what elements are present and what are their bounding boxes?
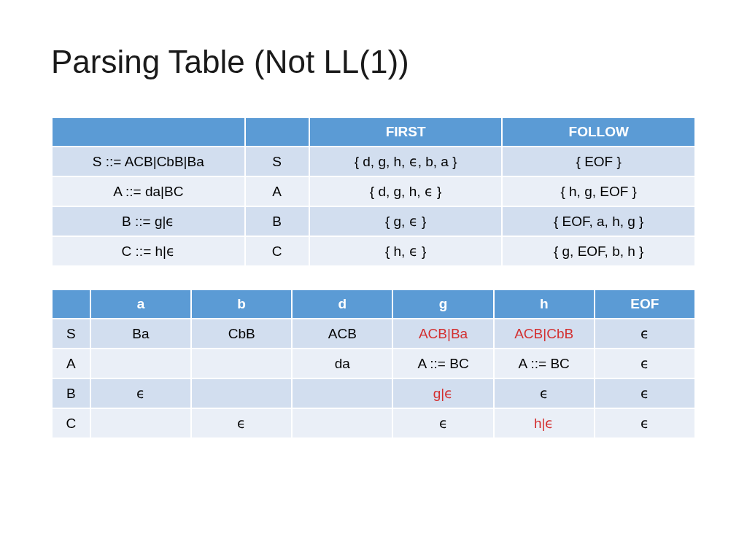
nt-cell: S xyxy=(245,147,309,176)
cell-b: ϵ xyxy=(191,408,292,438)
first-follow-table: FIRST FOLLOW S ::= ACB|CbB|Ba S { d, g, … xyxy=(51,117,696,267)
cell-d: da xyxy=(292,349,392,378)
grammar-cell: A ::= da|BC xyxy=(52,176,245,206)
table-row: C ::= h|ϵ C { h, ϵ } { g, EOF, b, h } xyxy=(52,236,695,266)
cell-eof: ϵ xyxy=(595,349,695,378)
cell-h: A ::= BC xyxy=(494,349,595,378)
parsing-table: a b d g h EOF SBaCbBACBACB|BaACB|CbBϵAda… xyxy=(51,289,696,439)
nt-cell: A xyxy=(52,349,90,378)
first-cell: { h, ϵ } xyxy=(309,236,503,266)
cell-g: g|ϵ xyxy=(392,378,493,408)
header-h: h xyxy=(494,289,595,319)
header-b: b xyxy=(191,289,292,319)
cell-b xyxy=(191,349,292,378)
follow-cell: { g, EOF, b, h } xyxy=(502,236,695,266)
cell-a xyxy=(90,408,191,438)
table-row: B ::= g|ϵ B { g, ϵ } { EOF, a, h, g } xyxy=(52,206,695,236)
cell-a: Ba xyxy=(90,319,191,349)
first-cell: { g, ϵ } xyxy=(309,206,503,236)
cell-a: ϵ xyxy=(90,378,191,408)
cell-g: A ::= BC xyxy=(392,349,493,378)
first-cell: { d, g, h, ϵ, b, a } xyxy=(309,147,503,176)
table-row: A ::= da|BC A { d, g, h, ϵ } { h, g, EOF… xyxy=(52,176,695,206)
first-cell: { d, g, h, ϵ } xyxy=(309,176,503,206)
nt-cell: C xyxy=(245,236,309,266)
table-row: AdaA ::= BCA ::= BCϵ xyxy=(52,349,695,378)
grammar-cell: B ::= g|ϵ xyxy=(52,206,245,236)
cell-h: h|ϵ xyxy=(494,408,595,438)
header-first: FIRST xyxy=(309,117,503,147)
table-header-row: FIRST FOLLOW xyxy=(52,117,695,147)
follow-cell: { EOF } xyxy=(502,147,695,176)
header-follow: FOLLOW xyxy=(502,117,695,147)
cell-g: ϵ xyxy=(392,408,493,438)
cell-h: ACB|CbB xyxy=(494,319,595,349)
table-row: Bϵg|ϵϵϵ xyxy=(52,378,695,408)
cell-b: CbB xyxy=(191,319,292,349)
nt-cell: B xyxy=(52,378,90,408)
cell-eof: ϵ xyxy=(595,408,695,438)
grammar-cell: S ::= ACB|CbB|Ba xyxy=(52,147,245,176)
nt-cell: S xyxy=(52,319,90,349)
header-grammar xyxy=(52,117,245,147)
follow-cell: { h, g, EOF } xyxy=(502,176,695,206)
nt-cell: C xyxy=(52,408,90,438)
table-row: Cϵϵh|ϵϵ xyxy=(52,408,695,438)
cell-a xyxy=(90,349,191,378)
follow-cell: { EOF, a, h, g } xyxy=(502,206,695,236)
cell-b xyxy=(191,378,292,408)
cell-eof: ϵ xyxy=(595,319,695,349)
cell-eof: ϵ xyxy=(595,378,695,408)
cell-h: ϵ xyxy=(494,378,595,408)
table-row: SBaCbBACBACB|BaACB|CbBϵ xyxy=(52,319,695,349)
table-header-row: a b d g h EOF xyxy=(52,289,695,319)
header-d: d xyxy=(292,289,392,319)
cell-d xyxy=(292,378,392,408)
nt-cell: A xyxy=(245,176,309,206)
page-title: Parsing Table (Not LL(1)) xyxy=(51,44,696,80)
header-nonterminal xyxy=(245,117,309,147)
header-eof: EOF xyxy=(595,289,695,319)
cell-g: ACB|Ba xyxy=(392,319,493,349)
header-a: a xyxy=(90,289,191,319)
table-row: S ::= ACB|CbB|Ba S { d, g, h, ϵ, b, a } … xyxy=(52,147,695,176)
grammar-cell: C ::= h|ϵ xyxy=(52,236,245,266)
header-blank xyxy=(52,289,90,319)
cell-d: ACB xyxy=(292,319,392,349)
nt-cell: B xyxy=(245,206,309,236)
header-g: g xyxy=(392,289,493,319)
cell-d xyxy=(292,408,392,438)
